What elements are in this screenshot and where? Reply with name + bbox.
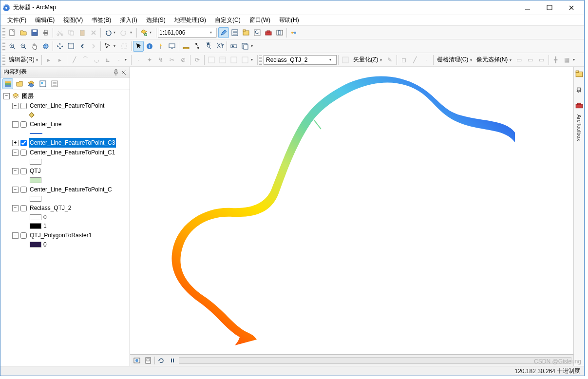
zoom-in-button[interactable]: [7, 41, 18, 52]
select-features-button[interactable]: [102, 41, 113, 52]
vec-line-button[interactable]: ╱: [410, 55, 420, 65]
editor-menu[interactable]: 编辑器(R) ▾: [7, 56, 40, 64]
edit-tool-button[interactable]: ▸: [43, 55, 54, 65]
menu-help[interactable]: 帮助(H): [275, 15, 303, 25]
pan-button[interactable]: [29, 41, 40, 52]
toolbox-button[interactable]: [263, 27, 274, 38]
layer-item[interactable]: Center_Line_FeatureToPoint_C: [29, 185, 113, 194]
trace-button[interactable]: ◡: [91, 55, 102, 65]
layer-item[interactable]: Center_Line_FeatureToPoint_C3: [29, 138, 116, 148]
time-slider-button[interactable]: [228, 41, 239, 52]
straight-segment-button[interactable]: ╱: [69, 55, 79, 65]
toc-tab-source[interactable]: [14, 78, 25, 89]
layer-visibility-checkbox[interactable]: [20, 187, 27, 193]
layer-item[interactable]: Center_Line_FeatureToPoint: [29, 101, 105, 111]
edit-options-button[interactable]: [240, 55, 250, 65]
expand-toggle[interactable]: −: [12, 150, 19, 156]
vec-shape-button[interactable]: ◻: [398, 55, 409, 65]
layer-visibility-checkbox[interactable]: [20, 140, 27, 146]
vec-point-button[interactable]: ·: [421, 55, 432, 65]
python-button[interactable]: ▯: [274, 27, 285, 38]
menu-geoprocessing[interactable]: 地理处理(G): [171, 15, 210, 25]
toolbar-grip[interactable]: [2, 55, 5, 65]
right-angle-button[interactable]: ⊾: [102, 55, 113, 65]
toc-tree[interactable]: − 图层−Center_Line_FeatureToPoint−Center_L…: [0, 90, 130, 366]
menu-selection[interactable]: 选择(S): [142, 15, 170, 25]
layer-visibility-checkbox[interactable]: [20, 121, 27, 128]
raster-cleanup-menu[interactable]: 栅格清理(C) ▾: [435, 56, 474, 64]
full-extent-button[interactable]: [40, 41, 51, 52]
open-button[interactable]: [18, 27, 29, 38]
vec-trace-button[interactable]: ✎: [384, 55, 395, 65]
map-view[interactable]: [130, 67, 573, 354]
close-button[interactable]: [560, 1, 582, 15]
refresh-button[interactable]: [156, 356, 166, 365]
expand-toggle[interactable]: −: [12, 168, 19, 174]
toolbox-dock-label[interactable]: ArcToolbox: [576, 114, 582, 141]
point-button[interactable]: ·: [133, 55, 144, 65]
layer-item[interactable]: Center_Line_FeatureToPoint_C1: [29, 148, 116, 157]
pause-button[interactable]: [168, 356, 177, 365]
layer-visibility-checkbox[interactable]: [20, 168, 27, 174]
root-layer[interactable]: 图层: [21, 91, 35, 101]
cs2-button[interactable]: ▭: [525, 55, 536, 65]
model-builder-button[interactable]: [288, 27, 299, 38]
attributes-button[interactable]: [206, 55, 217, 65]
toolbar-grip[interactable]: [259, 55, 262, 65]
expand-toggle[interactable]: −: [3, 93, 10, 99]
expand-toggle[interactable]: −: [12, 103, 19, 109]
expand-toggle[interactable]: −: [12, 205, 19, 211]
maximize-button[interactable]: [538, 1, 560, 15]
cs4-button[interactable]: ╋: [550, 55, 561, 65]
cell-select-menu[interactable]: 像元选择(N) ▾: [474, 56, 513, 64]
delete-button[interactable]: [88, 27, 99, 38]
layout-view-tab[interactable]: [143, 356, 153, 365]
toc-tab-drawing[interactable]: [2, 78, 13, 89]
rotate-button[interactable]: ⟳: [192, 55, 203, 65]
sketch-props-button[interactable]: [217, 55, 228, 65]
identify-button[interactable]: i: [144, 41, 155, 52]
menu-edit[interactable]: 编辑(E): [31, 15, 58, 25]
print-button[interactable]: [40, 27, 51, 38]
arcscan-layer-select[interactable]: Reclass_QTJ_2▾: [264, 55, 337, 65]
toc-tab-options[interactable]: [49, 78, 60, 89]
layer-visibility-checkbox[interactable]: [20, 205, 27, 211]
paste-button[interactable]: [77, 27, 88, 38]
vectorize-menu[interactable]: 矢量化(Z) ▾: [351, 56, 384, 64]
menu-file[interactable]: 文件(F): [3, 15, 30, 25]
layer-item[interactable]: Reclass_QTJ_2: [29, 203, 72, 213]
cs5-button[interactable]: ▦: [562, 55, 572, 65]
toolbar-grip[interactable]: [2, 41, 5, 51]
fixed-zoom-out-button[interactable]: [66, 41, 76, 52]
forward-button[interactable]: [88, 41, 99, 52]
edit-anno-button[interactable]: ▸: [55, 55, 65, 65]
map-scrollbar[interactable]: [179, 357, 571, 364]
menu-bookmarks[interactable]: 书签(B): [88, 15, 115, 25]
split-button[interactable]: ⊘: [178, 55, 189, 65]
clear-selection-button[interactable]: [119, 41, 130, 52]
html-popup-button[interactable]: [167, 41, 177, 52]
find-button[interactable]: [192, 41, 203, 52]
redo-button[interactable]: [119, 27, 130, 38]
find-route-button[interactable]: ★: [203, 41, 214, 52]
back-button[interactable]: [77, 41, 88, 52]
reshape-button[interactable]: ↯: [155, 55, 166, 65]
create-viewer-button[interactable]: [240, 41, 250, 52]
edit-vertices-button[interactable]: ✦: [144, 55, 155, 65]
raster-snap-options-button[interactable]: [340, 55, 351, 65]
toolbar-grip[interactable]: [2, 28, 5, 38]
layer-visibility-checkbox[interactable]: [20, 232, 27, 239]
toc-tab-selection[interactable]: [38, 78, 48, 89]
cs3-button[interactable]: ▭: [536, 55, 547, 65]
menu-insert[interactable]: 插入(I): [116, 15, 141, 25]
cs1-button[interactable]: ▭: [514, 55, 525, 65]
layer-item[interactable]: QTJ_PolygonToRaster1: [29, 230, 93, 240]
toc-button[interactable]: [229, 27, 240, 38]
fixed-zoom-in-button[interactable]: [55, 41, 65, 52]
zoom-out-button[interactable]: [18, 41, 29, 52]
search-button[interactable]: [252, 27, 263, 38]
catalog-dock-icon[interactable]: [575, 70, 584, 78]
menu-customize[interactable]: 自定义(C): [211, 15, 245, 25]
create-features-button[interactable]: [228, 55, 239, 65]
cut-button[interactable]: [55, 27, 65, 38]
